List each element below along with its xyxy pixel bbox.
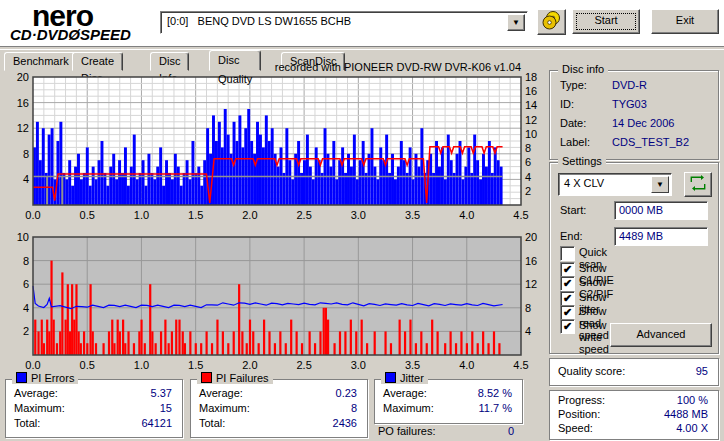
disc-info-row: ID: TYG03 xyxy=(560,98,708,114)
quality-score-value: 95 xyxy=(696,365,708,377)
svg-text:3.5: 3.5 xyxy=(405,359,420,371)
svg-text:14: 14 xyxy=(525,99,537,111)
eject-disc-button[interactable] xyxy=(537,9,566,35)
svg-text:2: 2 xyxy=(23,325,29,337)
pi-failures-color-swatch xyxy=(201,372,212,383)
disc-info-row: Type: DVD-R xyxy=(560,79,708,95)
average-label: Average: xyxy=(383,387,427,399)
pi-errors-legend-label: PI Errors xyxy=(31,372,74,384)
show-write-speed-checkbox[interactable]: ✔ xyxy=(560,319,575,334)
svg-text:6: 6 xyxy=(525,156,531,168)
disc-info-row: Label: CDS_TEST_B2 xyxy=(560,136,708,152)
pi-errors-legend: PI Errors xyxy=(12,372,78,384)
average-value: 5.37 xyxy=(151,387,172,399)
svg-text:12: 12 xyxy=(17,122,29,134)
disc-info-row: Date: 14 Dec 2006 xyxy=(560,117,708,133)
svg-text:8: 8 xyxy=(23,148,29,160)
pi-errors-color-swatch xyxy=(16,372,27,383)
end-position-field[interactable]: 4489 MB xyxy=(614,227,708,246)
show-jitter-checkbox[interactable]: ✔ xyxy=(560,291,575,306)
maximum-label: Maximum: xyxy=(14,402,65,414)
pi-failures-stats-box: PI Failures Average:0.23 Maximum:8 Total… xyxy=(190,379,368,438)
quality-score-label: Quality score: xyxy=(558,365,625,377)
disc-label-value: CDS_TEST_B2 xyxy=(612,136,689,148)
show-write-speed-label: Show write speed xyxy=(579,319,609,355)
position-value: 4488 MB xyxy=(664,408,708,420)
disc-info-title: Disc info xyxy=(558,63,608,75)
show-read-speed-checkbox[interactable]: ✔ xyxy=(560,305,575,320)
maximum-value: 11.7 % xyxy=(479,402,512,414)
po-failures-value: 0 xyxy=(508,425,514,437)
disc-id-label: ID: xyxy=(560,98,574,110)
disc-type-value: DVD-R xyxy=(612,79,647,91)
scan-speed-select[interactable]: 4 X CLV ▼ xyxy=(558,173,672,196)
advanced-button[interactable]: Advanced xyxy=(610,323,712,347)
settings-title: Settings xyxy=(558,155,606,167)
svg-text:12: 12 xyxy=(525,114,537,126)
svg-text:12: 12 xyxy=(525,278,537,290)
svg-text:4.0: 4.0 xyxy=(459,359,474,371)
quality-score-box: Quality score: 95 xyxy=(549,358,719,386)
total-value: 2436 xyxy=(333,417,357,429)
exit-button-label: Exit xyxy=(676,14,694,26)
svg-text:1.5: 1.5 xyxy=(188,209,203,221)
svg-text:0.5: 0.5 xyxy=(80,209,95,221)
maximum-value: 15 xyxy=(160,402,172,414)
svg-text:1.5: 1.5 xyxy=(188,359,203,371)
svg-text:16: 16 xyxy=(525,85,537,97)
advanced-button-label: Advanced xyxy=(637,328,686,340)
start-button[interactable]: Start xyxy=(572,9,640,34)
jitter-color-swatch xyxy=(385,372,396,383)
total-label: Total: xyxy=(199,417,225,429)
exit-button[interactable]: Exit xyxy=(651,9,719,34)
cd-dvd-speed-logo-text: CD·DVDØSPEED xyxy=(10,27,160,42)
settings-group: Settings 4 X CLV ▼ Start: 0000 MB End: 4… xyxy=(549,162,719,354)
svg-text:2.0: 2.0 xyxy=(242,359,257,371)
svg-text:4: 4 xyxy=(525,171,531,183)
svg-text:2.5: 2.5 xyxy=(296,209,311,221)
disc-info-group: Disc info Type: DVD-R ID: TYG03 Date: 14… xyxy=(549,70,719,160)
drive-select-value: [0:0] BENQ DVD LS DW1655 BCHB xyxy=(167,15,351,27)
progress-value: 100 % xyxy=(677,394,708,406)
refresh-button[interactable] xyxy=(684,172,712,197)
svg-text:3.0: 3.0 xyxy=(351,209,366,221)
speed-value: 4.00 X xyxy=(676,422,708,434)
jitter-legend-label: Jitter xyxy=(400,372,424,384)
svg-text:4.0: 4.0 xyxy=(459,209,474,221)
chevron-down-icon[interactable]: ▼ xyxy=(507,14,525,31)
svg-text:20: 20 xyxy=(17,71,29,83)
average-label: Average: xyxy=(14,387,58,399)
svg-text:10: 10 xyxy=(525,128,537,140)
position-label: Position: xyxy=(558,408,600,420)
pi-errors-chart: recorded with PIONEER DVD-RW DVR-K06 v1.… xyxy=(0,58,545,228)
drive-select[interactable]: [0:0] BENQ DVD LS DW1655 BCHB ▼ xyxy=(160,11,528,34)
svg-text:4: 4 xyxy=(23,302,29,314)
maximum-label: Maximum: xyxy=(199,402,250,414)
show-c2-pif-checkbox[interactable]: ✔ xyxy=(560,276,575,291)
svg-text:0.0: 0.0 xyxy=(25,209,40,221)
po-failures-label: PO failures: xyxy=(378,425,435,437)
disc-id-value: TYG03 xyxy=(612,98,647,110)
start-position-field[interactable]: 0000 MB xyxy=(614,201,708,220)
total-label: Total: xyxy=(14,417,40,429)
svg-text:2.5: 2.5 xyxy=(296,359,311,371)
quick-scan-checkbox[interactable] xyxy=(560,246,575,261)
toolbar: nero CD·DVDØSPEED [0:0] BENQ DVD LS DW16… xyxy=(0,0,724,46)
average-label: Average: xyxy=(199,387,243,399)
svg-text:2: 2 xyxy=(525,185,531,197)
maximum-value: 8 xyxy=(351,402,357,414)
nero-logo: nero CD·DVDØSPEED xyxy=(10,1,160,42)
chevron-down-icon[interactable]: ▼ xyxy=(651,176,669,193)
end-position-label: End: xyxy=(560,230,583,242)
svg-text:10: 10 xyxy=(17,231,29,243)
tab-disc-quality[interactable]: Disc Quality xyxy=(209,50,261,71)
svg-text:6: 6 xyxy=(23,278,29,290)
progress-label: Progress: xyxy=(558,394,605,406)
svg-text:18: 18 xyxy=(525,71,537,83)
svg-text:4.5: 4.5 xyxy=(513,359,528,371)
scan-speed-value: 4 X CLV xyxy=(564,177,604,189)
pi-failures-legend-label: PI Failures xyxy=(216,372,269,384)
maximum-label: Maximum: xyxy=(383,402,434,414)
show-c1-pie-checkbox[interactable]: ✔ xyxy=(560,262,575,277)
disc-date-value: 14 Dec 2006 xyxy=(612,117,674,129)
